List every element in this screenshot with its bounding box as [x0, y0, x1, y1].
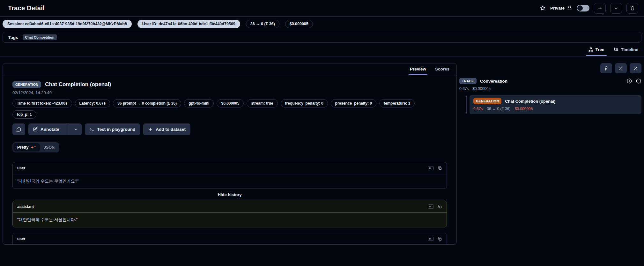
trace-root-metrics: 0.67s $0.000005 — [459, 86, 641, 91]
scores-toggle-button[interactable] — [600, 63, 612, 73]
markdown-icon[interactable]: M↓ — [428, 204, 434, 209]
format-json[interactable]: JSON — [40, 143, 58, 151]
trace-cost: $0.000005 — [472, 86, 491, 91]
token-usage-badge: 36 → 0 (Σ 36) — [246, 20, 279, 28]
plus-icon — [148, 127, 153, 132]
metric-stream: stream: true — [247, 99, 278, 107]
percent-icon — [633, 66, 638, 71]
trace-title: Conversation — [480, 79, 507, 84]
tree-item-cost: $0.000005 — [514, 107, 533, 111]
add-to-dataset-button[interactable]: Add to dataset — [143, 123, 190, 135]
metric-temperature: temperature: 1 — [379, 99, 415, 107]
trash-icon — [630, 6, 635, 11]
message-role: user — [17, 237, 25, 241]
annotate-label: Annotate — [41, 127, 59, 132]
main-content: Preview Scores GENERATION Chat Completio… — [0, 56, 644, 245]
tree-controls — [459, 63, 641, 73]
chevron-down-icon — [74, 127, 78, 131]
generation-badge: GENERATION — [473, 98, 501, 104]
metric-top-p: top_p: 1 — [12, 110, 36, 119]
markdown-icon[interactable]: M↓ — [428, 237, 434, 241]
session-badge[interactable]: Session: cd3abcd6-c81c-4037-935d-19d9f27… — [3, 20, 132, 28]
trace-root-row[interactable]: TRACE Conversation — [459, 78, 641, 84]
panel-tabs: Preview Scores — [3, 63, 456, 75]
metric-time-to-first-token: Time to first token: -423.00s — [12, 99, 72, 107]
copy-icon[interactable] — [438, 166, 442, 170]
tree-item-generation[interactable]: GENERATION Chat Completion (openai) 0.67… — [470, 95, 641, 114]
message-header: user M↓ — [13, 233, 447, 244]
comment-icon — [16, 127, 21, 132]
delete-trace-button[interactable] — [626, 3, 638, 14]
message-role: user — [17, 166, 25, 170]
tab-tree-label: Tree — [596, 47, 604, 52]
tab-tree[interactable]: Tree — [588, 43, 605, 56]
add-dataset-label: Add to dataset — [156, 127, 186, 132]
metric-model: gpt-4o-mini — [184, 99, 214, 107]
lock-icon — [567, 5, 572, 11]
edit-icon — [33, 127, 38, 132]
chevron-up-icon — [597, 6, 603, 11]
tree-children: GENERATION Chat Completion (openai) 0.67… — [459, 95, 641, 114]
privacy-label: Private — [550, 6, 565, 11]
topbar-actions: Private — [540, 3, 638, 14]
trace-type-badge: TRACE — [459, 78, 477, 84]
metric-presence-penalty: presence_penalty: 0 — [331, 99, 376, 107]
award-icon — [604, 66, 609, 71]
copy-icon[interactable] — [438, 204, 442, 209]
annotate-button[interactable]: Annotate — [28, 123, 64, 135]
button-divider — [67, 123, 67, 135]
message-content: "대한민국의 수도는 무엇인가요?" — [13, 174, 447, 188]
message-user-1: user M↓ "대한민국의 수도는 무엇인가요?" — [12, 162, 447, 189]
chevron-down-icon — [614, 6, 619, 11]
tag-chip[interactable]: Chat Competition — [23, 34, 57, 40]
tree-item-latency: 0.67s — [473, 107, 483, 111]
annotate-dropdown-button[interactable] — [70, 123, 82, 135]
copy-icon[interactable] — [438, 237, 442, 241]
tree-icon — [588, 47, 593, 52]
comment-button[interactable] — [12, 123, 25, 135]
format-pretty[interactable]: Pretty ✦✦ — [13, 143, 40, 151]
tab-timeline[interactable]: Timeline — [613, 43, 639, 56]
tab-timeline-label: Timeline — [621, 47, 638, 52]
observation-card: Preview Scores GENERATION Chat Completio… — [3, 63, 457, 245]
trace-latency: 0.67s — [459, 86, 469, 91]
tab-scores[interactable]: Scores — [431, 63, 453, 75]
message-list: user M↓ "대한민국의 수도는 무엇인가요?" Hide history … — [12, 162, 447, 244]
test-in-playground-button[interactable]: Test in playground — [85, 123, 140, 135]
previous-trace-button[interactable] — [594, 3, 606, 14]
message-header: user M↓ — [13, 162, 447, 174]
trace-tree-panel: TRACE Conversation 0.67s $0.000005 GENER… — [459, 63, 641, 245]
generation-type-badge: GENERATION — [12, 81, 41, 88]
message-content: "대한민국의 수도는 서울입니다." — [13, 213, 447, 227]
tree-item-title: Chat Completion (openai) — [505, 99, 555, 104]
collapse-all-button[interactable] — [615, 63, 627, 73]
sparkles-icon: ✦✦ — [30, 145, 36, 150]
metric-cost: $0.000005 — [217, 99, 244, 107]
collapse-node-icon[interactable] — [636, 78, 641, 84]
tags-row: Tags Chat Competition — [3, 32, 641, 43]
message-assistant: assistant M↓ "대한민국의 수도는 서울입니다." — [12, 201, 447, 227]
annotate-split-button: Annotate — [28, 123, 82, 135]
observation-body: GENERATION Chat Completion (openai) 02/1… — [3, 75, 456, 244]
expand-all-icon[interactable] — [626, 78, 632, 84]
format-toggle: Pretty ✦✦ JSON — [12, 142, 59, 152]
tags-label: Tags — [8, 35, 18, 40]
page-title: Trace Detail — [8, 4, 45, 12]
metric-frequency-penalty: frequency_penalty: 0 — [281, 99, 328, 107]
action-buttons: Annotate Test in playground Add to datas… — [12, 123, 447, 135]
user-id-badge[interactable]: User ID: dc47a41e-06bc-400d-bde1-f0e440d… — [137, 20, 240, 28]
next-trace-button[interactable] — [610, 3, 622, 14]
tree-item-tokens: 36 → 0 (Σ 36) — [487, 107, 510, 111]
metric-latency: Latency: 0.67s — [75, 99, 110, 107]
observation-header: GENERATION Chat Completion (openai) — [12, 81, 447, 88]
hide-history-button[interactable]: Hide history — [12, 192, 447, 197]
metric-token-usage: 36 prompt → 0 completion (Σ 36) — [113, 99, 181, 107]
bookmark-star-icon[interactable] — [540, 5, 546, 11]
message-header: assistant M↓ — [13, 201, 447, 213]
metrics-toggle-button[interactable] — [630, 63, 641, 73]
markdown-icon[interactable]: M↓ — [428, 166, 434, 170]
topbar: Trace Detail Private — [0, 0, 644, 17]
message-user-2: user M↓ "감사합니다 " — [12, 233, 447, 244]
tab-preview[interactable]: Preview — [406, 63, 430, 75]
visibility-toggle[interactable] — [577, 5, 589, 11]
